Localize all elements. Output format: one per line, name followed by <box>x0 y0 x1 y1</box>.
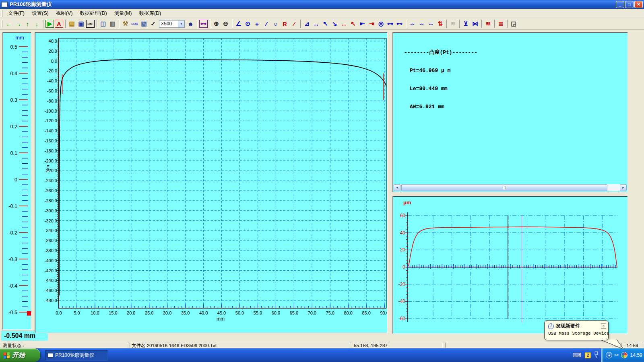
chevron-down-icon: ˅ <box>595 355 598 358</box>
scrollbar-thumb[interactable] <box>401 184 607 191</box>
menubar-grip[interactable] <box>1 10 2 17</box>
measure-circle-dist-button[interactable]: ⊶ <box>386 19 395 28</box>
level-tool-button[interactable]: ⊻ <box>461 19 471 28</box>
zoom-out-button[interactable]: ⊖ <box>221 19 230 28</box>
abort-measure-button[interactable]: A <box>54 19 64 28</box>
settings-button[interactable]: ⚒ <box>121 19 130 28</box>
scroll-left-button[interactable]: ◄ <box>394 184 400 191</box>
measure-arc-left-button[interactable]: ⌢ <box>426 19 436 28</box>
nav-down-button[interactable]: ↓ <box>32 19 41 28</box>
measure-circle-center-button[interactable]: ⊙ <box>243 19 252 28</box>
taskbar-task-pr100[interactable]: PR100轮廓测量仪 <box>45 350 108 361</box>
results-hscrollbar[interactable]: ◄ ► <box>394 184 627 191</box>
print-button[interactable]: ▥ <box>108 19 117 28</box>
menu-database[interactable]: 数据库(D) <box>135 9 165 18</box>
measure-dist-se-button[interactable]: ↘ <box>330 19 339 28</box>
combo-dropdown-icon[interactable]: ▾ <box>178 21 184 27</box>
toolbar-buttons: ←→↑↓▶A▤▣DXF◫▥⚒LOG▧✓×500▾☻⊶⊕⊖∠⊙+∕○R∕⊿↔↖↘↔… <box>4 19 518 28</box>
scrollbar-track[interactable] <box>400 184 620 191</box>
toolbar-separator <box>459 20 460 28</box>
minimize-button[interactable]: _ <box>616 1 624 8</box>
properties-button[interactable]: ▧ <box>139 19 149 28</box>
measure-line-button[interactable]: ∕ <box>262 19 271 28</box>
nav-up-button[interactable]: ↑ <box>23 19 32 28</box>
measure-vdist2-button[interactable]: ⇥ <box>367 19 376 28</box>
scroll-right-button[interactable]: ► <box>620 184 627 191</box>
toolbar-separator <box>232 20 232 28</box>
close-button[interactable]: × <box>634 1 643 8</box>
toolbar-separator <box>507 20 508 28</box>
workspace: mm0.50.40.30.20.10-0.1-0.2-0.3-0.4-0.5 -… <box>0 30 644 342</box>
keyboard-icon[interactable]: ⌨ <box>572 352 581 359</box>
measure-radius-button[interactable]: R <box>280 19 289 28</box>
menu-settings[interactable]: 设置(S) <box>28 9 52 18</box>
level-tool2-button[interactable]: ⋈ <box>471 19 480 28</box>
key-button[interactable]: ⊶ <box>199 19 208 28</box>
y-tick-label: -160.0 <box>45 138 57 143</box>
y-tick-label: 40.0 <box>49 39 57 43</box>
balloon-close-button[interactable]: × <box>601 323 606 329</box>
toolbar-separator <box>119 20 119 28</box>
task-label: PR100轮廓测量仪 <box>55 352 94 359</box>
measure-two-circles-button[interactable]: ◎ <box>376 19 386 28</box>
measure-circle-dist2-button[interactable]: ⊷ <box>395 19 404 28</box>
ruler-tick-label: 0.4 <box>10 71 17 76</box>
menu-data-processing[interactable]: 数据处理(D) <box>76 9 110 18</box>
toolbar-separator <box>481 20 482 28</box>
measure-spline-button[interactable]: ∕ <box>289 19 299 28</box>
profile-overlay-button: ≋ <box>448 19 458 28</box>
open-file-button[interactable]: ▤ <box>67 19 76 28</box>
measure-dist-ne-plus-button[interactable]: ↖ <box>349 19 358 28</box>
help-icon[interactable]: 2 <box>585 352 591 358</box>
measure-vdist-button[interactable]: ⇤ <box>358 19 367 28</box>
menu-file[interactable]: 文件(F) <box>4 9 28 18</box>
export-dxf-button[interactable]: DXF <box>86 19 95 28</box>
start-button[interactable]: 开始 <box>0 348 40 362</box>
leveled-chart-panel[interactable]: μm6040200-20-40-60 <box>392 196 628 334</box>
confirm-button[interactable]: ✓ <box>149 19 158 28</box>
nav-forward-button[interactable]: → <box>14 19 23 28</box>
scissors-tray-icon[interactable]: ✂ <box>614 352 619 358</box>
measure-arc-button[interactable]: ⌢ <box>408 19 417 28</box>
measure-hdist-plus-button[interactable]: ↔ <box>339 19 349 28</box>
measure-arc-right-button[interactable]: ⌢ <box>417 19 426 28</box>
measure-dist-ne-button[interactable]: ↖ <box>321 19 330 28</box>
app-icon <box>1 2 8 7</box>
ruler-ticks: 0.50.40.30.20.10-0.1-0.2-0.3-0.4-0.5 <box>8 44 28 315</box>
zoom-in-button[interactable]: ⊕ <box>212 19 221 28</box>
colorful-ball-tray-icon[interactable] <box>621 352 627 358</box>
measure-hdist-button[interactable]: ↔ <box>312 19 321 28</box>
sub-y-tick-label: 60 <box>400 213 406 218</box>
result-aw: AW=6.921 mm <box>404 104 477 110</box>
measure-circle-button[interactable]: ○ <box>271 19 280 28</box>
nav-back-button[interactable]: ← <box>4 19 14 28</box>
report-view-button[interactable]: ◲ <box>509 19 518 28</box>
user-button[interactable]: ☻ <box>186 19 195 28</box>
x-tick-label: 85.0 <box>362 311 370 315</box>
measure-angle-button[interactable]: ∠ <box>234 19 243 28</box>
menu-view[interactable]: 视图(V) <box>52 9 76 18</box>
magnification-combo[interactable]: ×500▾ <box>159 20 185 28</box>
measure-point-button[interactable]: + <box>252 19 262 28</box>
print-preview-button[interactable]: ◫ <box>99 19 108 28</box>
task-app-icon <box>47 353 53 358</box>
window-restore-icon[interactable]: ❒ ˅ <box>594 352 598 358</box>
sub-y-tick-label: -60 <box>398 316 406 321</box>
status-extra: 1 <box>445 343 619 348</box>
toolbar-grip[interactable] <box>1 21 2 27</box>
x-tick-label: 20.0 <box>127 311 135 315</box>
measure-peaks-button[interactable]: ⇅ <box>436 19 445 28</box>
statusbar: 测量状态： 文件名:20190516-1646-FD3506 2000.Txt … <box>0 342 644 348</box>
waviness-button[interactable]: ≋ <box>483 19 493 28</box>
start-measure-button[interactable]: ▶ <box>45 19 54 28</box>
x-tick-label: 60.0 <box>272 311 280 315</box>
measure-angle2-button[interactable]: ⊿ <box>302 19 312 28</box>
hide-tray-icons-button[interactable]: ◂ <box>606 352 612 358</box>
save-button[interactable]: ▣ <box>76 19 86 28</box>
maximize-button[interactable]: □ <box>625 1 634 8</box>
main-chart-panel[interactable]: 40.020.00.0-20.0-40.0-60.0-80.0-100.0-12… <box>35 32 388 333</box>
log-button[interactable]: LOG <box>130 19 139 28</box>
menu-measure[interactable]: 测量(M) <box>111 9 136 18</box>
data-table-button[interactable]: ≣ <box>496 19 506 28</box>
x-tick-label: 10.0 <box>91 311 99 315</box>
